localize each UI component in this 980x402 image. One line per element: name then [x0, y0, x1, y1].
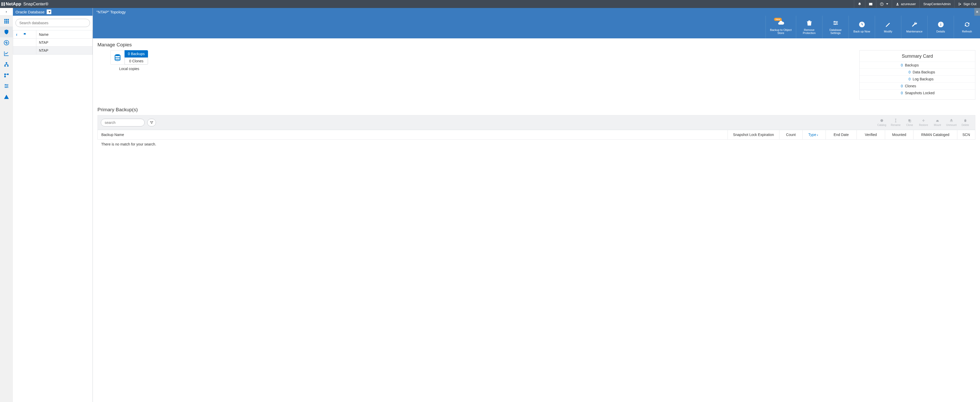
signout-button[interactable]: Sign Out: [954, 0, 980, 8]
svg-rect-9: [5, 22, 6, 24]
rail-storage[interactable]: [0, 70, 13, 81]
rail-resources[interactable]: [0, 27, 13, 37]
rename-button[interactable]: Rename: [889, 119, 902, 127]
rail-monitor[interactable]: [0, 37, 13, 48]
topology-title: "NTAP" Topology: [96, 10, 126, 14]
notifications-button[interactable]: [854, 0, 865, 8]
trash-icon: [806, 20, 813, 26]
unmount-button[interactable]: Unmount: [945, 119, 958, 127]
rail-alerts[interactable]: [0, 92, 13, 102]
close-button[interactable]: [974, 8, 980, 16]
signout-icon: [958, 2, 962, 6]
backups-count-cell[interactable]: 0 Backups: [124, 50, 148, 57]
hierarchy-icon: [3, 62, 9, 67]
database-search-input[interactable]: [16, 19, 90, 27]
summary-card-title: Summary Card: [860, 54, 975, 59]
backup-to-object-store-button[interactable]: New Backup to Object Store: [765, 16, 796, 38]
clock-icon: [859, 21, 865, 28]
user-menu[interactable]: azureuser: [892, 0, 920, 8]
main-titlebar: "NTAP" Topology: [93, 8, 980, 16]
rail-expand-button[interactable]: [0, 8, 13, 16]
sort-header[interactable]: [13, 30, 37, 39]
help-button[interactable]: ?: [876, 0, 892, 8]
restore-button[interactable]: Restore: [917, 119, 930, 127]
local-copies-block: 0 Backups 0 Clones Local copies: [110, 50, 148, 71]
svg-rect-16: [5, 74, 6, 75]
backup-now-button[interactable]: Back up Now: [848, 16, 875, 38]
column-count[interactable]: Count: [780, 130, 803, 139]
database-row[interactable]: NTAP: [13, 39, 92, 47]
database-icon-box[interactable]: [110, 50, 125, 65]
svg-rect-17: [7, 74, 9, 75]
product-name: SnapCenter®: [23, 2, 48, 6]
username-label: azureuser: [901, 2, 916, 6]
column-end-date[interactable]: End Date: [826, 130, 857, 139]
messages-button[interactable]: [865, 0, 876, 8]
filter-button[interactable]: [147, 119, 156, 127]
summary-item[interactable]: 0 Backups: [860, 62, 975, 68]
column-verified[interactable]: Verified: [857, 130, 885, 139]
mount-button[interactable]: Mount: [931, 119, 944, 127]
resource-type-dropdown[interactable]: [47, 9, 51, 14]
refresh-button[interactable]: Refresh: [954, 16, 980, 38]
database-name-cell: NTAP: [37, 47, 92, 55]
rail-hosts[interactable]: [0, 59, 13, 70]
summary-item[interactable]: 0 Data Backups: [860, 68, 975, 76]
database-icon: [114, 54, 121, 61]
rail-dashboard[interactable]: [0, 16, 13, 27]
sidepanel-title: Oracle Database: [16, 10, 45, 14]
sort-desc-icon: [817, 133, 820, 136]
brand: NetApp SnapCenter®: [2, 2, 48, 7]
svg-point-23: [836, 22, 837, 24]
summary-card: Summary Card 0 Backups0 Data Backups0 Lo…: [859, 50, 975, 100]
column-mounted[interactable]: Mounted: [885, 130, 913, 139]
backup-search-input[interactable]: [101, 119, 145, 127]
sidepanel-header: Oracle Database: [13, 8, 92, 16]
activity-icon: [3, 40, 9, 46]
name-column-header[interactable]: Name: [37, 30, 92, 39]
backups-table: Backup NameSnapshot Lock ExpirationCount…: [97, 130, 975, 149]
clone-button[interactable]: Clone: [903, 119, 916, 127]
details-button[interactable]: Details: [928, 16, 954, 38]
svg-rect-0: [869, 3, 872, 5]
column-rman-cataloged[interactable]: RMAN Cataloged: [913, 130, 957, 139]
user-icon: [896, 2, 899, 6]
mount-icon: [935, 119, 940, 123]
modify-button[interactable]: Modify: [875, 16, 901, 38]
remove-protection-button[interactable]: Remove Protection: [796, 16, 822, 38]
restore-icon: [921, 119, 926, 123]
close-icon: [975, 10, 979, 13]
column-backup-name[interactable]: Backup Name: [98, 130, 728, 139]
column-type[interactable]: Type: [803, 130, 826, 139]
settings-sliders-icon: [832, 20, 839, 26]
summary-item[interactable]: 0 Snapshots Locked: [860, 89, 975, 96]
sort-icon: [16, 32, 20, 36]
database-settings-button[interactable]: Database Settings: [822, 16, 848, 38]
top-navbar: NetApp SnapCenter® ? azureuser SnapCente…: [0, 0, 980, 8]
primary-backups-title: Primary Backup(s): [97, 107, 975, 112]
envelope-icon: [869, 2, 872, 6]
svg-point-22: [834, 21, 835, 22]
role-label[interactable]: SnapCenterAdmin: [920, 0, 954, 8]
svg-text:?: ?: [881, 3, 883, 5]
rail-reports[interactable]: [0, 48, 13, 59]
svg-point-21: [5, 87, 6, 88]
blocks-icon: [3, 72, 9, 78]
summary-item[interactable]: 0 Log Backups: [860, 76, 975, 82]
action-toolbar: New Backup to Object Store Remove Protec…: [93, 16, 980, 38]
clones-count-cell[interactable]: 0 Clones: [124, 57, 148, 65]
chevron-right-icon: [5, 10, 8, 14]
database-row[interactable]: NTAP: [13, 47, 92, 55]
svg-rect-7: [6, 21, 7, 22]
database-name-cell: NTAP: [37, 39, 92, 47]
delete-button[interactable]: Delete: [959, 119, 972, 127]
catalog-button[interactable]: Catalog: [875, 119, 888, 127]
rail-settings[interactable]: [0, 81, 13, 92]
svg-rect-28: [940, 23, 941, 23]
summary-item[interactable]: 0 Clones: [860, 82, 975, 89]
maintenance-button[interactable]: Maintenance: [901, 16, 928, 38]
sliders-icon: [3, 83, 9, 89]
svg-rect-5: [8, 19, 9, 21]
column-snapshot-lock-expiration[interactable]: Snapshot Lock Expiration: [728, 130, 780, 139]
column-scn[interactable]: SCN: [957, 130, 975, 139]
